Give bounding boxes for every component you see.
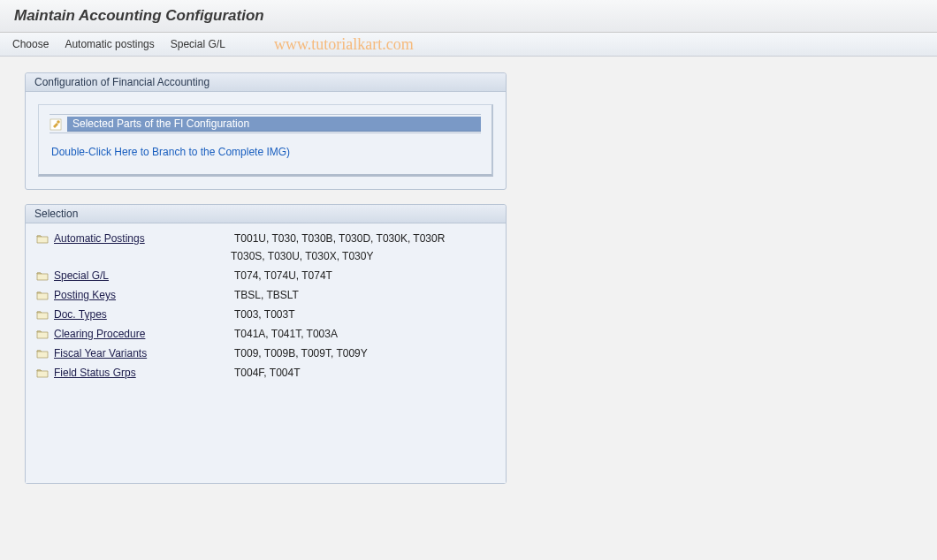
- sel-tables: T001U, T030, T030B, T030D, T030K, T030R: [234, 232, 495, 245]
- sel-link-fiscal-year-variants[interactable]: Fiscal Year Variants: [54, 347, 231, 359]
- choose-button[interactable]: Choose: [12, 38, 49, 50]
- config-groupbox-title: Configuration of Financial Accounting: [26, 73, 506, 92]
- sel-tables: T009, T009B, T009T, T009Y: [234, 347, 495, 359]
- folder-icon: [36, 367, 49, 378]
- sel-tables: T003, T003T: [234, 308, 495, 321]
- sel-link-clearing-procedure[interactable]: Clearing Procedure: [54, 328, 231, 340]
- page-title: Maintain Accounting Configuration: [14, 7, 923, 25]
- sel-link-special-gl[interactable]: Special G/L: [54, 269, 231, 282]
- sel-tables: T041A, T041T, T003A: [234, 328, 495, 340]
- selection-body: Automatic Postings T001U, T030, T030B, T…: [26, 223, 506, 483]
- sel-row-posting-keys: Posting Keys TBSL, TBSLT: [36, 289, 495, 301]
- wrench-icon: [50, 118, 62, 131]
- page-header: Maintain Accounting Configuration: [0, 0, 937, 33]
- sel-row-automatic-postings: Automatic Postings T001U, T030, T030B, T…: [36, 232, 495, 245]
- sel-row-special-gl: Special G/L T074, T074U, T074T: [36, 269, 495, 282]
- sel-row-doc-types: Doc. Types T003, T003T: [36, 308, 495, 321]
- branch-img-link[interactable]: Double-Click Here to Branch to the Compl…: [50, 146, 290, 158]
- folder-icon: [36, 329, 49, 339]
- content-area: Configuration of Financial Accounting Se…: [0, 57, 937, 514]
- special-gl-button[interactable]: Special G/L: [171, 38, 225, 50]
- sel-row-field-status-grps: Field Status Grps T004F, T004T: [36, 367, 495, 379]
- config-groupbox: Configuration of Financial Accounting Se…: [25, 72, 507, 190]
- automatic-postings-button[interactable]: Automatic postings: [65, 38, 154, 50]
- selection-groupbox-title: Selection: [26, 205, 506, 223]
- sel-tables-line2: T030S, T030U, T030X, T030Y: [231, 250, 495, 262]
- sel-link-doc-types[interactable]: Doc. Types: [54, 308, 231, 321]
- folder-icon: [36, 309, 49, 320]
- config-inner-panel: Selected Parts of the FI Configuration D…: [38, 104, 493, 177]
- watermark-text: www.tutorialkart.com: [274, 35, 414, 54]
- sel-tables: T004F, T004T: [234, 367, 495, 379]
- sel-row-fiscal-year-variants: Fiscal Year Variants T009, T009B, T009T,…: [36, 347, 495, 359]
- folder-icon: [36, 270, 49, 281]
- sel-link-posting-keys[interactable]: Posting Keys: [54, 289, 231, 301]
- sel-link-automatic-postings[interactable]: Automatic Postings: [54, 232, 231, 245]
- folder-icon: [36, 290, 49, 300]
- folder-icon: [36, 348, 49, 359]
- selection-groupbox: Selection Automatic Postings T001U, T030…: [25, 204, 507, 484]
- sel-tables: TBSL, TBSLT: [234, 289, 495, 301]
- selected-parts-row: Selected Parts of the FI Configuration: [50, 114, 481, 132]
- svg-point-1: [57, 120, 60, 124]
- sel-link-field-status-grps[interactable]: Field Status Grps: [54, 367, 231, 379]
- sel-tables: T074, T074U, T074T: [234, 269, 495, 282]
- selected-parts-header: Selected Parts of the FI Configuration: [67, 117, 481, 132]
- folder-icon: [36, 233, 49, 244]
- sel-row-clearing-procedure: Clearing Procedure T041A, T041T, T003A: [36, 328, 495, 340]
- toolbar: Choose Automatic postings Special G/L ww…: [0, 33, 937, 57]
